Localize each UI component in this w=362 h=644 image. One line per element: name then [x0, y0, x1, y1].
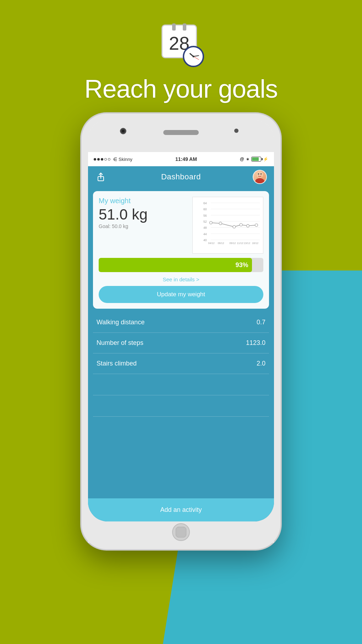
- svg-text:56: 56: [203, 214, 207, 217]
- charging-icon: ⚡: [263, 157, 268, 162]
- stat-label-steps: Number of steps: [97, 339, 143, 347]
- status-right: @ ∗ ⚡: [240, 157, 268, 162]
- signal-dot-4: [104, 158, 107, 161]
- status-left: ∈ Skinny: [94, 157, 132, 162]
- stat-row-empty-1: [93, 374, 269, 395]
- signal-dot-5: [108, 158, 110, 161]
- nav-title: Dashboard: [161, 172, 201, 182]
- carrier-name: Skinny: [119, 157, 132, 162]
- status-bar: ∈ Skinny 11:49 AM @ ∗ ⚡: [88, 152, 274, 166]
- stat-row-steps: Number of steps 1123.0: [93, 333, 269, 353]
- phone-front-camera: [234, 129, 238, 133]
- calendar-ring-right: [183, 23, 186, 31]
- update-weight-button[interactable]: Update my weight: [99, 286, 263, 303]
- stat-label-walking: Walking distance: [97, 319, 144, 326]
- app-nav: Dashboard: [88, 166, 274, 188]
- svg-text:60: 60: [203, 207, 207, 211]
- signal-dot-1: [94, 158, 96, 161]
- svg-text:64: 64: [203, 201, 207, 205]
- chart-svg: 64 60 56 52 48 44 40: [203, 199, 262, 246]
- header-area: 28 Reach your goals: [0, 0, 362, 128]
- weight-card: My weight 51.0 kg Goal: 50.0 kg 64 60 56: [93, 191, 269, 309]
- home-button[interactable]: [172, 523, 190, 541]
- battery-icon: [251, 157, 261, 162]
- bluetooth-icon: ∗: [246, 157, 249, 162]
- svg-text:13/12: 13/12: [244, 242, 250, 245]
- weight-left: My weight 51.0 kg Goal: 50.0 kg: [99, 197, 192, 229]
- home-button-inner: [176, 527, 186, 537]
- share-icon[interactable]: [95, 171, 106, 183]
- phone-inner: ∈ Skinny 11:49 AM @ ∗ ⚡: [88, 120, 274, 521]
- svg-point-20: [209, 221, 212, 224]
- calendar-clock-icon: 28: [158, 25, 204, 67]
- svg-text:04/12: 04/12: [208, 242, 215, 245]
- see-details-link[interactable]: See in details >: [99, 276, 263, 282]
- clock-center-dot: [193, 56, 194, 58]
- stat-value-steps: 1123.0: [246, 339, 265, 347]
- svg-point-21: [219, 222, 222, 225]
- svg-text:11/12: 11/12: [237, 242, 243, 245]
- phone-outer: ∈ Skinny 11:49 AM @ ∗ ⚡: [82, 114, 280, 549]
- svg-text:16/12: 16/12: [252, 242, 258, 245]
- calendar-ring-left: [172, 23, 176, 31]
- phone-wrapper: ∈ Skinny 11:49 AM @ ∗ ⚡: [82, 114, 280, 549]
- stat-row-empty-2: [93, 395, 269, 417]
- progress-bar-fill: 93%: [99, 258, 252, 272]
- mini-chart: 64 60 56 52 48 44 40: [192, 197, 263, 254]
- stat-row-stairs: Stairs climbed 2.0: [93, 353, 269, 374]
- wifi-icon: ∈: [113, 157, 117, 162]
- signal-dot-2: [97, 158, 100, 161]
- stat-value-walking: 0.7: [257, 319, 265, 326]
- svg-point-23: [240, 223, 242, 226]
- app-screen: Dashboard: [88, 166, 274, 521]
- stat-label-stairs: Stairs climbed: [97, 360, 137, 367]
- signal-dot-3: [101, 158, 103, 161]
- svg-text:44: 44: [203, 232, 207, 236]
- clock-face: [185, 48, 202, 65]
- svg-text:06/12: 06/12: [218, 242, 224, 245]
- phone-camera: [120, 128, 126, 134]
- add-activity-button[interactable]: Add an activity: [88, 498, 274, 521]
- avatar[interactable]: [253, 170, 267, 184]
- svg-point-25: [255, 224, 258, 227]
- progress-bar-container: 93%: [99, 258, 263, 272]
- svg-point-24: [247, 224, 249, 227]
- phone-top-details: [88, 120, 274, 152]
- svg-point-2: [257, 172, 263, 178]
- svg-point-5: [260, 173, 262, 175]
- weight-label: My weight: [99, 197, 192, 205]
- progress-section: 93%: [99, 258, 263, 272]
- svg-point-22: [233, 226, 236, 228]
- svg-text:52: 52: [203, 220, 207, 223]
- calendar-rings: [172, 23, 186, 31]
- clock-icon: [183, 46, 204, 67]
- status-time: 11:49 AM: [175, 156, 197, 162]
- battery-fill: [252, 157, 259, 161]
- main-title: Reach your goals: [84, 74, 278, 103]
- weight-value: 51.0 kg: [99, 207, 192, 222]
- svg-text:09/12: 09/12: [229, 242, 236, 245]
- stat-row-walking: Walking distance 0.7: [93, 312, 269, 333]
- svg-point-4: [258, 173, 259, 175]
- signal-dots: [94, 158, 110, 161]
- avatar-image: [253, 171, 266, 183]
- weight-card-content: My weight 51.0 kg Goal: 50.0 kg 64 60 56: [99, 197, 263, 254]
- phone-bottom-details: [88, 521, 274, 543]
- svg-text:48: 48: [203, 226, 207, 229]
- phone-speaker: [163, 130, 199, 135]
- weight-goal: Goal: 50.0 kg: [99, 223, 192, 229]
- progress-label: 93%: [235, 261, 248, 269]
- svg-text:40: 40: [203, 238, 207, 242]
- stat-value-stairs: 2.0: [257, 360, 265, 367]
- at-symbol: @: [240, 157, 244, 162]
- stats-list: Walking distance 0.7 Number of steps 112…: [88, 312, 274, 417]
- svg-point-3: [255, 178, 264, 183]
